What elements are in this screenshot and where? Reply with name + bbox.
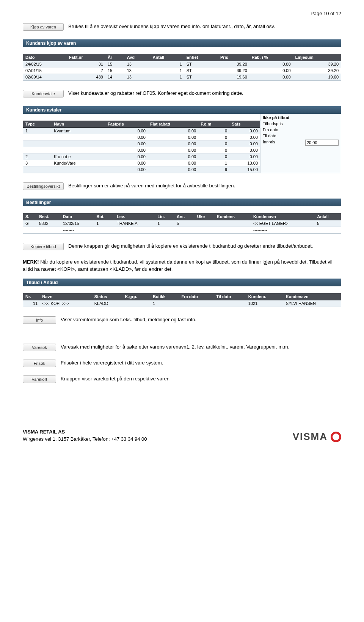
col-pris: Pris xyxy=(218,54,249,61)
panel-kundens-kjop: Kundens kjøp av varen Dato Fakt.nr År Av… xyxy=(23,39,341,81)
col-tildato: Til dato xyxy=(214,293,246,300)
col-navn: Navn xyxy=(52,121,105,128)
table-row[interactable]: 11 <<< KOPI >>> KLADD 1 1021 SYLVI HANSE… xyxy=(23,300,341,306)
varesok-button[interactable]: Varesøk xyxy=(23,344,56,351)
section-kjop: Kjøp av varen Brukes til å se oversikt o… xyxy=(23,23,341,31)
frisok-text: Frisøker i hele vareregisteret i ditt va… xyxy=(61,360,341,367)
col-faktnr: Fakt.nr xyxy=(67,54,105,61)
col-status: Status xyxy=(92,293,123,300)
col-s: S. xyxy=(23,213,37,220)
sidebox-label: Tilbudspris xyxy=(263,121,283,126)
sidebox-ikke-pa-tilbud: Ikke på tilbud Tilbudspris Fra dato Til … xyxy=(260,114,341,173)
kundeavtale-text: Viser kundeavtaler og rabatter ref.OF05.… xyxy=(68,90,341,97)
kjop-av-varen-button[interactable]: Kjøp av varen xyxy=(23,23,64,31)
col-rab: Rab. i % xyxy=(249,54,293,61)
kjop-table: Dato Fakt.nr År Avd Antall Enhet Pris Ra… xyxy=(23,54,341,80)
col-dato: Dato xyxy=(61,213,94,220)
col-but: But. xyxy=(94,213,115,220)
panel-tilbud-anbud: Tilbud / Anbud Nr. Navn Status K-grp. Bu… xyxy=(23,278,341,307)
col-lin: Lin. xyxy=(155,213,174,220)
section-kopier: Kopiere tilbud Denne knappen gir deg mul… xyxy=(23,243,341,250)
info-button[interactable]: Info xyxy=(23,316,56,324)
table-row[interactable]: 0.000.00915.00 xyxy=(23,166,260,173)
varesok-text: Varesøk med muligheter for å søke etter … xyxy=(61,344,341,351)
col-kgrp: K-grp. xyxy=(122,293,151,300)
section-bestilling: Bestillingsoversikt Bestillinger som er … xyxy=(23,182,341,190)
table-row[interactable]: 24/02/15 31 15 13 1 ST 39.20 0.00 39.20 xyxy=(23,61,341,68)
col-antall: Antall xyxy=(315,213,341,220)
visma-logo: VISMA xyxy=(293,431,341,443)
varekort-button[interactable]: Varekort xyxy=(23,375,56,383)
footer-address: Wirgenes vei 1, 3157 Barkåker, Telefon: … xyxy=(23,436,147,443)
panel-bestillinger: Bestillinger S. Best. Dato But. Lev. Lin… xyxy=(23,198,341,234)
tilbud-table: Nr. Navn Status K-grp. Butikk Fra dato T… xyxy=(23,293,341,307)
col-kundenavn: Kundenavn xyxy=(284,293,341,300)
col-fastpris: Fastpris xyxy=(105,121,148,128)
col-best: Best. xyxy=(37,213,61,220)
col-flatrabatt: Flat rabatt xyxy=(148,121,198,128)
visma-logo-text: VISMA xyxy=(293,431,328,443)
panel-avtaler-title: Kundens avtaler xyxy=(23,106,341,114)
panel-kundens-avtaler: Kundens avtaler Type Navn Fastpris Flat … xyxy=(23,106,341,173)
col-dato: Dato xyxy=(23,54,67,61)
col-lev: Lev. xyxy=(115,213,155,220)
table-row[interactable]: 3Kunde/Vare0.000.00110.00 xyxy=(23,160,260,166)
table-row[interactable]: -------- ---------- xyxy=(23,227,341,233)
col-fom: F.o.m xyxy=(198,121,229,128)
table-row[interactable]: 1Kvantum0.000.0000.00 xyxy=(23,128,260,134)
footer-company: VISMA RETAIL AS xyxy=(23,429,147,436)
col-kundenr: Kundenr. xyxy=(246,293,284,300)
table-row[interactable]: G 5832 12/02/15 1 THANKE A 1 5 << EGET L… xyxy=(23,220,341,227)
info-text: Viser vareinformasjon som f.eks. tilbud,… xyxy=(61,316,341,324)
col-ar: År xyxy=(105,54,125,61)
kundeavtale-button[interactable]: Kundeavtale xyxy=(23,90,64,97)
panel-tilbud-title: Tilbud / Anbud xyxy=(23,279,341,286)
col-kundenavn: Kundenavn xyxy=(251,213,315,220)
section-info: Info Viser vareinformasjon som f.eks. ti… xyxy=(23,316,341,324)
col-sats: Sats xyxy=(229,121,260,128)
col-fradato: Fra dato xyxy=(179,293,214,300)
merk-paragraph: MERK! Når du kopiere en eksisterende til… xyxy=(23,259,341,273)
col-avd: Avd xyxy=(125,54,151,61)
kopiere-tilbud-button[interactable]: Kopiere tilbud xyxy=(23,243,64,250)
kjop-text: Brukes til å se oversikt over kundens kj… xyxy=(68,23,341,30)
col-kundenr: Kundenr. xyxy=(215,213,251,220)
frisok-button[interactable]: Frisøk xyxy=(23,360,56,367)
section-kundeavtale: Kundeavtale Viser kundeavtaler og rabatt… xyxy=(23,90,341,97)
sidebox-label: Innpris xyxy=(263,140,275,146)
panel-bestillinger-title: Bestillinger xyxy=(23,199,341,206)
sidebox-label: Fra dato xyxy=(263,127,278,132)
table-row[interactable]: 0.000.0000.00 xyxy=(23,134,260,141)
innpris-input[interactable] xyxy=(305,140,339,146)
bestilling-text: Bestillinger som er aktive på varen med … xyxy=(68,182,341,190)
section-frisok: Frisøk Frisøker i hele vareregisteret i … xyxy=(23,360,341,367)
col-antall: Antall xyxy=(151,54,184,61)
col-type: Type xyxy=(23,121,52,128)
merk-text: Når du kopiere en eksisterende tilbud/an… xyxy=(23,259,333,272)
footer: VISMA RETAIL AS Wirgenes vei 1, 3157 Bar… xyxy=(23,429,341,443)
bestillinger-table: S. Best. Dato But. Lev. Lin. Ant. Uke Ku… xyxy=(23,213,341,233)
page-header: Page 10 of 12 xyxy=(23,11,341,16)
visma-logo-dot-icon xyxy=(331,432,341,442)
col-ant: Ant. xyxy=(174,213,195,220)
sidebox-hdr: Ikke på tilbud xyxy=(263,115,339,120)
col-linjesum: Linjesum xyxy=(293,54,341,61)
section-varekort: Varekort Knappen viser varekortet på den… xyxy=(23,375,341,383)
merk-heading: MERK! xyxy=(23,259,39,265)
table-row[interactable]: 02/09/14 439 14 13 1 ST 19.60 0.00 19.60 xyxy=(23,74,341,80)
avtaler-table: Type Navn Fastpris Flat rabatt F.o.m Sat… xyxy=(23,121,260,173)
table-row[interactable]: 0.000.0000.00 xyxy=(23,141,260,147)
panel-kjop-title: Kundens kjøp av varen xyxy=(23,39,341,47)
kopier-text: Denne knappen gir deg muligheten til å k… xyxy=(68,243,341,250)
sidebox-label: Til dato xyxy=(263,134,276,138)
col-enhet: Enhet xyxy=(184,54,218,61)
section-varesok: Varesøk Varesøk med muligheter for å søk… xyxy=(23,344,341,351)
col-navn: Navn xyxy=(40,293,92,300)
col-uke: Uke xyxy=(195,213,215,220)
table-row[interactable]: 0.000.0000.00 xyxy=(23,147,260,154)
table-row[interactable]: 07/01/15 7 15 13 1 ST 39.20 0.00 39.20 xyxy=(23,68,341,74)
col-nr: Nr. xyxy=(23,293,40,300)
bestillingsoversikt-button[interactable]: Bestillingsoversikt xyxy=(23,182,64,190)
varekort-text: Knappen viser varekortet på den respekti… xyxy=(61,375,341,383)
table-row[interactable]: 2K u n d e0.000.0000.00 xyxy=(23,154,260,160)
